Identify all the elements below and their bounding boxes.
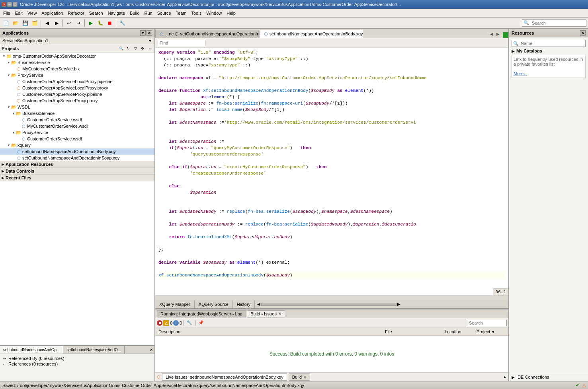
- right-search-input[interactable]: [520, 41, 585, 46]
- deploy-button[interactable]: 🔧: [118, 19, 127, 27]
- menu-navigate[interactable]: Navigate: [105, 10, 127, 16]
- toolbar-sep-1: [41, 19, 41, 27]
- bottom-scrollbar[interactable]: [261, 303, 397, 306]
- new-button[interactable]: 📄: [2, 19, 10, 27]
- menu-build[interactable]: Build: [127, 10, 142, 16]
- open-button[interactable]: 📂: [11, 19, 20, 27]
- tree-item-wsdl-folder[interactable]: ▼ 📂 WSDL: [0, 104, 154, 110]
- search-input[interactable]: [530, 20, 586, 26]
- code-editor[interactable]: xquery version "1.0" encoding "utf-8"; (…: [155, 48, 508, 295]
- log-tab-build-close[interactable]: ✕: [278, 311, 281, 316]
- recent-files-header[interactable]: ▶ Recent Files: [0, 175, 154, 181]
- tree-more-btn[interactable]: ≡: [147, 45, 153, 52]
- editor-tab-outbound[interactable]: ⬡ ...ne ⬡ setOutboundNamespaceAndOperati…: [155, 30, 259, 38]
- ide-connections[interactable]: ▶ IDE Connections: [509, 373, 588, 381]
- tree-item-wsdl-proxy-cos[interactable]: ⬡ CustomerOrderService.wsdl: [0, 136, 154, 142]
- menu-file[interactable]: File: [1, 10, 13, 16]
- tree-settings-btn[interactable]: ⚙: [139, 45, 146, 52]
- tree-refresh-btn[interactable]: ↻: [125, 45, 131, 52]
- panel-settings-btn[interactable]: ▼: [140, 30, 146, 36]
- window-controls[interactable]: ✕ ─ □: [2, 2, 18, 7]
- tree-item-bs-file[interactable]: ⬡ MyCustomerOrderService.bix: [0, 66, 154, 72]
- tree-item-proxy-pp[interactable]: ⬡ CustomerOrderAppServiceProxy.proxy: [0, 97, 154, 104]
- panel-close-btn[interactable]: ✕: [147, 30, 152, 36]
- tree-item-xquery-folder[interactable]: ▼ 📂 xquery: [0, 142, 154, 148]
- right-panel-actions[interactable]: ✕: [580, 30, 586, 36]
- my-catalogs-header[interactable]: ▶ My Catalogs: [512, 49, 586, 53]
- bottom-panel-close[interactable]: ✕: [148, 346, 154, 354]
- log-pin-btn[interactable]: 📌: [197, 319, 205, 327]
- live-tab-inbound[interactable]: Live Issues: setInboundNamespaceAndOpera…: [162, 373, 287, 381]
- stop-button[interactable]: ⏹: [105, 19, 114, 27]
- more-link[interactable]: More...: [514, 71, 527, 76]
- menu-application[interactable]: Application: [39, 10, 65, 16]
- app-resources-header[interactable]: ▶ Application Resources: [0, 161, 154, 168]
- right-panel-close[interactable]: ✕: [580, 30, 586, 36]
- tree-item-project[interactable]: ▼ 📁 oms-CustomerOrder-AppServiceDecorato…: [0, 53, 154, 59]
- live-tab-build-close[interactable]: ✕: [303, 375, 307, 379]
- tab-xquery-source[interactable]: XQuery Source: [195, 300, 233, 308]
- tree-item-wsdl-mcos[interactable]: ⬡ MyCustomerOrderService.wsdl: [0, 123, 154, 129]
- tree-item-wsdl-proxy[interactable]: ▼ 📂 ProxyService: [0, 129, 154, 136]
- close-button[interactable]: ✕: [2, 2, 6, 7]
- menu-help[interactable]: Help: [224, 10, 238, 16]
- editor-tab-inbound[interactable]: ⬡ setInboundNamespaceAndOperationInBody.…: [260, 30, 363, 38]
- menu-window[interactable]: Window: [204, 10, 224, 16]
- redo-button[interactable]: ↪: [74, 19, 83, 27]
- references-item[interactable]: ← References (0 resources): [2, 361, 152, 367]
- menu-source[interactable]: Source: [155, 10, 174, 16]
- tree-item-proxy-lpp[interactable]: ⬡ CustomerOrderAppServiceLocalProxy.prox…: [0, 85, 154, 91]
- referenced-by-item[interactable]: → Referenced By (0 resources): [2, 356, 152, 361]
- menu-view[interactable]: View: [25, 10, 39, 16]
- bottom-tab-right[interactable]: ▶: [397, 302, 401, 306]
- app-dropdown-icon[interactable]: ▼: [148, 39, 152, 43]
- tree-search-btn[interactable]: 🔍: [118, 45, 124, 52]
- find-input[interactable]: [158, 40, 205, 46]
- tree-toolbar-actions[interactable]: 🔍 ↻ ▽ ⚙ ≡: [118, 45, 153, 52]
- tree-filter-btn[interactable]: ▽: [132, 45, 139, 52]
- forward-button[interactable]: ▶: [52, 19, 61, 27]
- log-search-input[interactable]: [467, 320, 503, 326]
- tab-xquery-mapper[interactable]: XQuery Mapper: [155, 300, 195, 308]
- tree-item-bs-folder[interactable]: ▼ 📂 BusinessService: [0, 59, 154, 66]
- menu-tools[interactable]: Tools: [189, 10, 204, 16]
- menu-run[interactable]: Run: [142, 10, 155, 16]
- log-tab-build[interactable]: Build - Issues ✕: [247, 310, 285, 317]
- log-settings-btn[interactable]: 🔧: [186, 319, 193, 327]
- panel-actions[interactable]: ▼ ✕: [140, 30, 152, 36]
- live-tab-build[interactable]: Build ✕: [289, 373, 310, 381]
- tab-scroll-left[interactable]: ◀: [488, 30, 495, 38]
- tree-item-wsdl-bs[interactable]: ▼ 📂 BusinessService: [0, 110, 154, 117]
- maximize-button[interactable]: □: [13, 2, 18, 7]
- tab-history[interactable]: History: [233, 300, 255, 308]
- tab-icon-inbound: ⬡: [264, 31, 268, 36]
- bottom-tab-2[interactable]: setInboundNamespaceAndO...: [63, 346, 125, 354]
- live-bar-actions[interactable]: ▲: [503, 375, 507, 379]
- tree-item-proxy-folder[interactable]: ▼ 📂 ProxyService: [0, 72, 154, 78]
- bottom-tab-1[interactable]: setInboundNamespaceAndOp...: [0, 346, 63, 354]
- menu-team[interactable]: Team: [174, 10, 189, 16]
- tree-item-wsdl-cos[interactable]: ⬡ CustomerOrderService.wsdl: [0, 117, 154, 123]
- bottom-tab-left[interactable]: ◀: [256, 302, 261, 306]
- minimize-button[interactable]: ─: [7, 2, 12, 7]
- save-all-button[interactable]: 🗂️: [30, 19, 39, 27]
- back-button[interactable]: ◀: [43, 19, 51, 27]
- data-controls-header[interactable]: ▶ Data Controls: [0, 168, 154, 175]
- tree-item-proxy-lp[interactable]: ⬡ CustomerOrderAppServiceLocalProxy.pipe…: [0, 78, 154, 85]
- bottom-tab-scroll[interactable]: ◀ ▶: [256, 302, 401, 306]
- menu-search[interactable]: Search: [87, 10, 105, 16]
- log-tab-running[interactable]: Running: IntegratedWebLogicServer - Log: [157, 310, 246, 317]
- live-bar-expand[interactable]: ▲: [503, 375, 507, 379]
- save-button[interactable]: 💾: [21, 19, 29, 27]
- undo-button[interactable]: ↩: [64, 19, 73, 27]
- run-button[interactable]: ▶: [86, 19, 95, 27]
- menu-edit[interactable]: Edit: [13, 10, 25, 16]
- tab-scroll-right[interactable]: ▶: [495, 30, 501, 38]
- tree-item-set-inbound[interactable]: ⬡ setInboundNamespaceAndOperationInBody.…: [0, 148, 154, 155]
- tab-scroll-arrows[interactable]: ◀ ▶: [488, 30, 501, 38]
- debug-button[interactable]: 🐛: [96, 19, 105, 27]
- tree-item-set-outbound[interactable]: ⬡ setOutboundNamespaceAndOperationInSoap…: [0, 155, 154, 161]
- editor-scrollbar-h[interactable]: [155, 295, 508, 300]
- tree-item-proxy-p[interactable]: ⬡ CustomerOrderAppServiceProxy.pipeline: [0, 91, 154, 97]
- menu-refactor[interactable]: Refactor: [65, 10, 87, 16]
